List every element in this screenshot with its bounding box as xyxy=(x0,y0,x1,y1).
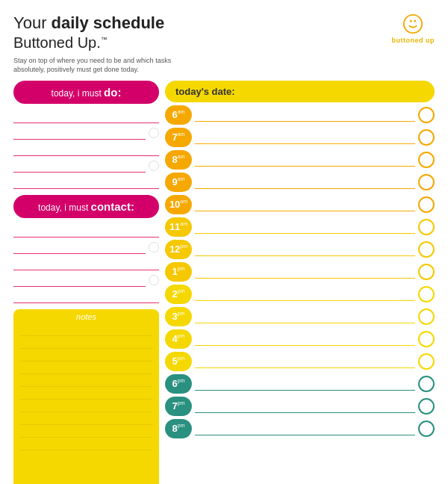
time-checkbox-7pm[interactable] xyxy=(418,398,435,415)
time-row-8pm: 8pm xyxy=(165,418,435,440)
time-checkbox-11am[interactable] xyxy=(418,219,435,235)
time-line-10am xyxy=(195,198,415,211)
svg-point-0 xyxy=(404,15,422,33)
time-bubble-8pm: 8pm xyxy=(165,419,192,438)
contact-line-2 xyxy=(13,239,159,255)
time-line-4pm xyxy=(195,332,415,346)
left-panel: today, i must do: xyxy=(13,81,159,484)
contact-line-underline xyxy=(13,224,159,238)
time-bubble-3pm: 3pm xyxy=(165,307,192,326)
notes-label: notes xyxy=(19,312,153,321)
contact-line-underline xyxy=(13,290,159,303)
time-row-8am: 8am xyxy=(165,149,435,171)
time-checkbox-12pm[interactable] xyxy=(418,241,435,258)
contact-checkbox[interactable] xyxy=(149,242,159,252)
time-bubble-7am: 7am xyxy=(165,128,192,147)
note-line xyxy=(19,400,153,412)
do-lines xyxy=(13,108,159,190)
time-row-10am: 10am xyxy=(165,193,435,216)
note-line xyxy=(19,374,153,387)
page-title: Your daily schedule Buttoned Up.™ xyxy=(13,13,185,53)
contact-line-underline xyxy=(13,257,159,270)
time-row-6am: 6am xyxy=(165,104,435,126)
svg-point-2 xyxy=(414,20,417,22)
notes-lines xyxy=(19,323,153,484)
subtitle: Stay on top of where you need to be and … xyxy=(13,56,185,75)
time-line-2pm xyxy=(195,288,415,301)
time-line-7pm xyxy=(195,400,415,413)
contact-section-label: today, i must contact: xyxy=(13,195,159,218)
contact-line-1 xyxy=(13,223,159,239)
time-line-1pm xyxy=(195,265,415,279)
time-row-12pm: 12pm xyxy=(165,238,435,261)
note-line xyxy=(19,336,153,349)
contact-checkbox[interactable] xyxy=(149,275,159,285)
time-line-3pm xyxy=(195,310,415,323)
note-line xyxy=(19,362,153,374)
do-line-underline xyxy=(13,143,159,156)
page: Your daily schedule Buttoned Up.™ Stay o… xyxy=(0,0,448,484)
time-bubble-12pm: 12pm xyxy=(165,240,192,259)
time-line-11am xyxy=(195,220,415,234)
note-line xyxy=(19,425,153,438)
contact-line-5 xyxy=(13,288,159,305)
time-rows-container: 6am7am8am9am10am11am12pm1pm2pm3pm4pm5pm6… xyxy=(165,104,435,440)
note-line xyxy=(19,349,153,362)
do-checkbox[interactable] xyxy=(149,161,159,171)
do-line-1 xyxy=(13,108,159,125)
contact-line-underline xyxy=(13,241,146,254)
time-checkbox-6pm[interactable] xyxy=(418,376,435,392)
note-line xyxy=(19,438,153,450)
header: Your daily schedule Buttoned Up.™ Stay o… xyxy=(13,13,435,75)
time-checkbox-10am[interactable] xyxy=(418,196,435,213)
time-checkbox-1pm[interactable] xyxy=(418,264,435,280)
today-date-label: today's date: xyxy=(175,86,235,97)
time-bubble-8am: 8am xyxy=(165,150,192,170)
contact-line-3 xyxy=(13,255,159,272)
do-line-2 xyxy=(13,125,159,141)
do-line-underline xyxy=(13,110,159,123)
time-checkbox-2pm[interactable] xyxy=(418,286,435,302)
time-row-4pm: 4pm xyxy=(165,328,435,350)
time-row-6pm: 6pm xyxy=(165,373,435,395)
time-checkbox-8am[interactable] xyxy=(418,152,435,168)
time-bubble-1pm: 1pm xyxy=(165,262,192,282)
do-section-label: today, i must do: xyxy=(13,81,159,104)
contact-line-underline xyxy=(13,273,146,287)
time-bubble-10am: 10am xyxy=(165,195,192,214)
do-line-underline xyxy=(13,126,146,140)
time-bubble-2pm: 2pm xyxy=(165,285,192,304)
contact-lines xyxy=(13,223,159,305)
today-date-bar[interactable]: today's date: xyxy=(165,81,435,102)
header-right: buttoned up xyxy=(392,13,435,44)
time-line-5pm xyxy=(195,355,415,368)
time-row-7am: 7am xyxy=(165,126,435,149)
notes-section: notes xyxy=(13,309,159,484)
logo-text: buttoned up xyxy=(392,37,435,44)
time-row-2pm: 2pm xyxy=(165,283,435,305)
time-checkbox-3pm[interactable] xyxy=(418,308,435,325)
time-checkbox-9am[interactable] xyxy=(418,174,435,190)
time-checkbox-5pm[interactable] xyxy=(418,353,435,370)
time-row-7pm: 7pm xyxy=(165,395,435,418)
time-checkbox-8pm[interactable] xyxy=(418,421,435,437)
time-row-1pm: 1pm xyxy=(165,261,435,283)
do-line-5 xyxy=(13,174,159,190)
time-checkbox-7am[interactable] xyxy=(418,129,435,146)
today-date-row: today's date: xyxy=(165,81,435,104)
time-bubble-7pm: 7pm xyxy=(165,397,192,416)
time-line-9am xyxy=(195,176,415,189)
note-line xyxy=(19,412,153,425)
time-bubble-5pm: 5pm xyxy=(165,352,192,371)
time-line-6am xyxy=(195,108,415,122)
do-line-3 xyxy=(13,141,159,158)
time-checkbox-6am[interactable] xyxy=(418,107,435,123)
time-line-8am xyxy=(195,153,415,167)
do-line-underline xyxy=(13,159,146,173)
do-checkbox[interactable] xyxy=(149,128,159,138)
contact-line-4 xyxy=(13,272,159,288)
right-panel: today's date: 6am7am8am9am10am11am12pm1p… xyxy=(165,81,435,484)
time-bubble-6pm: 6pm xyxy=(165,374,192,394)
time-line-12pm xyxy=(195,243,415,256)
time-checkbox-4pm[interactable] xyxy=(418,331,435,347)
